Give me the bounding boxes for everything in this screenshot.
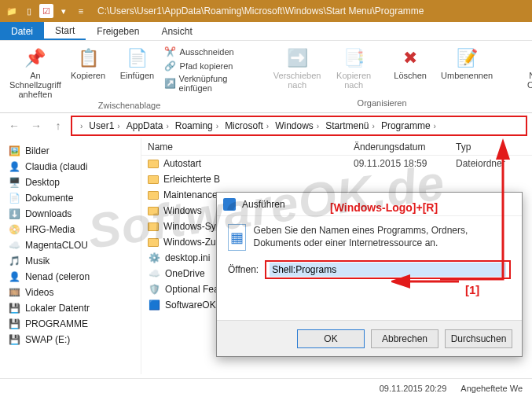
chevron-right-icon: ›: [314, 122, 322, 130]
run-dialog-title: Ausführen: [242, 199, 285, 210]
run-input[interactable]: [270, 263, 506, 277]
checkbox-icon[interactable]: ☑: [39, 4, 53, 18]
column-headers[interactable]: Name Änderungsdatum Typ: [141, 138, 532, 156]
sidebar-item-icon: 🖥️: [8, 176, 20, 189]
addressbar: ← → ↑ ›User1›AppData›Roaming›Microsoft›W…: [0, 113, 532, 138]
run-open-label: Öffnen:: [228, 264, 259, 275]
copyto-button[interactable]: 📑Kopieren nach: [328, 46, 380, 90]
sidebar-item[interactable]: 💾SWAP (E:): [3, 332, 138, 347]
nav-up-button[interactable]: ↑: [49, 116, 68, 135]
tab-view[interactable]: Ansicht: [150, 22, 203, 40]
file-row[interactable]: Autostart09.11.2015 18:59Dateiordner: [141, 156, 532, 171]
pastelink-button[interactable]: ↗️Verknüpfung einfügen: [164, 74, 250, 93]
breadcrumb-segment[interactable]: Programme›: [380, 120, 441, 131]
sidebar-item-label: HRG-Media: [25, 224, 75, 235]
sidebar-item-icon: 📄: [8, 192, 20, 204]
newfolder-button[interactable]: 📁Neuer Ordner: [515, 46, 532, 90]
folder-icon: 📁: [5, 4, 19, 18]
qat-dropdown-icon[interactable]: ▾: [57, 4, 71, 18]
copypath-button[interactable]: 🔗Pfad kopieren: [164, 60, 250, 72]
nav-back-button[interactable]: ←: [5, 116, 24, 135]
sidebar-item-label: Claudia (claudi: [25, 161, 87, 172]
rename-button[interactable]: 📝Umbenennen: [441, 46, 493, 80]
run-input-highlight: [265, 260, 511, 279]
breadcrumb[interactable]: ›User1›AppData›Roaming›Microsoft›Windows…: [71, 116, 527, 136]
folder-icon: [148, 191, 159, 200]
file-name: OneDrive: [165, 268, 205, 279]
breadcrumb-segment[interactable]: Microsoft›: [223, 120, 273, 131]
breadcrumb-segment[interactable]: Roaming›: [174, 120, 223, 131]
file-icon: ⚙️: [148, 252, 160, 264]
sidebar-item[interactable]: 📄Dokumente: [3, 190, 138, 206]
file-icon: 🛡️: [148, 283, 160, 296]
run-browse-button[interactable]: Durchsuchen: [445, 329, 512, 348]
sidebar-item-icon: 👤: [8, 270, 20, 283]
copy-icon: 📋: [75, 46, 101, 71]
chevron-right-icon: ›: [431, 122, 439, 130]
sidebar-item-icon: 🖼️: [8, 145, 20, 157]
tab-file[interactable]: Datei: [0, 22, 44, 40]
sidebar-item[interactable]: ⬇️Downloads: [3, 206, 138, 222]
quick-access-toolbar: 📁 ▯ ☑ ▾ ≡: [5, 4, 88, 18]
sidebar-item-label: Dokumente: [25, 193, 73, 204]
col-type[interactable]: Typ: [456, 142, 532, 153]
sidebar-item-icon: ⬇️: [8, 208, 20, 220]
breadcrumb-segment[interactable]: AppData›: [125, 120, 174, 131]
sidebar-item[interactable]: 🎞️Videos: [3, 285, 138, 300]
pin-icon: 📌: [23, 46, 48, 71]
delete-button[interactable]: ✖Löschen: [384, 46, 436, 80]
sidebar-item[interactable]: 👤Nenad (celeron: [3, 269, 138, 285]
copy-label: Kopieren: [71, 71, 105, 80]
sidebar-item-label: Musik: [25, 255, 50, 267]
breadcrumb-segment[interactable]: Startmenü›: [324, 120, 380, 131]
sidebar-item[interactable]: 🖥️Desktop: [3, 175, 138, 190]
chevron-right-icon: ›: [369, 122, 378, 130]
col-name[interactable]: Name: [141, 142, 354, 153]
breadcrumb-segment[interactable]: User1›: [87, 120, 124, 131]
file-name: Autostart: [163, 158, 201, 169]
ribbon-group-new: 📁Neuer Ordner: [510, 44, 532, 109]
sidebar-item-icon: 📀: [8, 223, 20, 236]
qat-overflow-icon[interactable]: ≡: [74, 4, 88, 18]
run-button-row: OK Abbrechen Durchsuchen: [217, 320, 522, 356]
folder-icon: [148, 207, 159, 215]
copy-button[interactable]: 📋 Kopieren: [66, 46, 110, 80]
tab-start[interactable]: Start: [44, 22, 86, 40]
folder-icon: [148, 238, 159, 247]
run-cancel-button[interactable]: Abbrechen: [371, 329, 438, 348]
nav-forward-button[interactable]: →: [27, 116, 46, 135]
sidebar-item-label: SWAP (E:): [25, 334, 70, 345]
cut-button[interactable]: ✂️Ausschneiden: [164, 46, 250, 58]
newfolder-icon: 📁: [528, 46, 532, 71]
col-modified[interactable]: Änderungsdatum: [354, 142, 456, 153]
breadcrumb-segment[interactable]: Windows›: [273, 120, 324, 131]
sidebar-item[interactable]: 👤Claudia (claudi: [3, 159, 138, 175]
sidebar-item-label: Desktop: [25, 177, 60, 188]
sidebar-item[interactable]: 💾Lokaler Datentr: [3, 300, 138, 316]
group-label-organize: Organisieren: [358, 98, 407, 108]
tab-share[interactable]: Freigeben: [86, 22, 150, 40]
run-dialog-titlebar[interactable]: Ausführen: [217, 193, 522, 216]
ribbon: 📌 An Schnellzugriff anheften 📋 Kopieren …: [0, 41, 532, 113]
run-ok-button[interactable]: OK: [297, 329, 365, 348]
sidebar-item[interactable]: ☁️MagentaCLOU: [3, 237, 138, 253]
folder-icon: [148, 160, 159, 168]
sidebar-item[interactable]: 🎵Musik: [3, 253, 138, 269]
moveto-button[interactable]: ➡️Verschieben nach: [271, 46, 323, 90]
sidebar-item[interactable]: 🖼️Bilder: [3, 143, 138, 159]
sidebar-item[interactable]: 📀HRG-Media: [3, 222, 138, 237]
sidebar-item-label: Lokaler Datentr: [25, 303, 90, 314]
file-name: Windows-Sy: [163, 221, 216, 232]
sidebar-item-label: Downloads: [25, 208, 72, 219]
folder-icon: [148, 175, 159, 184]
file-row[interactable]: Erleichterte B: [141, 171, 532, 187]
sidebar-item[interactable]: 💾PROGRAMME: [3, 316, 138, 332]
moveto-icon: ➡️: [284, 46, 310, 71]
chevron-right-icon: ›: [114, 122, 123, 130]
window-title: C:\Users\User1\AppData\Roaming\Microsoft…: [97, 6, 424, 17]
breadcrumb-root[interactable]: ›: [75, 122, 87, 130]
pin-button[interactable]: 📌 An Schnellzugriff anheften: [9, 46, 61, 99]
folder-icon: [148, 222, 159, 231]
file-name: Windows-Zu: [163, 237, 216, 248]
paste-button[interactable]: 📄 Einfügen: [115, 46, 159, 80]
